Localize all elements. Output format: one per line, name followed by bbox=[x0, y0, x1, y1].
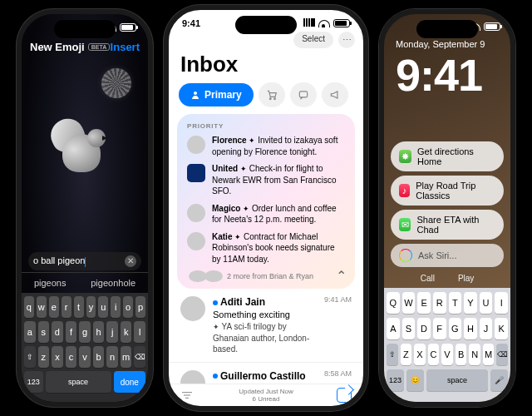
suggestion-map[interactable]: ✸Get directions Home bbox=[391, 141, 504, 171]
inbox-title: Inbox bbox=[169, 52, 363, 82]
more-button[interactable]: ⋯ bbox=[338, 32, 355, 48]
key-r[interactable]: r bbox=[62, 296, 71, 318]
key-z[interactable]: z bbox=[38, 346, 50, 368]
pigeon-emoji[interactable] bbox=[47, 116, 122, 191]
prompt-input[interactable]: o ball pigeon ✕ bbox=[28, 252, 141, 270]
key-V[interactable]: V bbox=[441, 344, 453, 365]
key-b[interactable]: b bbox=[93, 346, 105, 368]
avatar bbox=[187, 232, 205, 250]
suggestion-music[interactable]: ♪Play Road Trip Classics bbox=[391, 176, 504, 206]
key-K[interactable]: K bbox=[495, 318, 508, 339]
key-y[interactable]: y bbox=[86, 296, 96, 318]
disco-ball-icon bbox=[101, 68, 131, 98]
clear-icon[interactable]: ✕ bbox=[125, 255, 136, 267]
key-n[interactable]: n bbox=[106, 346, 118, 368]
wifi-icon bbox=[318, 19, 330, 27]
key-shift[interactable]: ⇧ bbox=[24, 346, 36, 368]
key-A[interactable]: A bbox=[387, 318, 400, 339]
key-v[interactable]: v bbox=[79, 346, 91, 368]
key-D[interactable]: D bbox=[417, 318, 431, 339]
key-emoji[interactable]: 😊 bbox=[406, 369, 424, 391]
key-w[interactable]: w bbox=[37, 296, 47, 318]
tab-updates[interactable] bbox=[290, 82, 317, 107]
key-done[interactable]: done bbox=[114, 371, 145, 393]
key-c[interactable]: c bbox=[66, 346, 77, 368]
priority-item[interactable]: Florence ✦ Invited to izakaya soft openi… bbox=[187, 135, 345, 157]
key-g[interactable]: g bbox=[79, 321, 91, 343]
key-W[interactable]: W bbox=[402, 292, 416, 314]
key-Y[interactable]: Y bbox=[464, 292, 477, 314]
key-s[interactable]: s bbox=[38, 321, 50, 343]
mail-time: 9:41 AM bbox=[324, 295, 352, 355]
quick-call[interactable]: Call bbox=[421, 274, 435, 283]
key-X[interactable]: X bbox=[414, 344, 426, 365]
ask-siri-input[interactable]: Ask Siri... bbox=[391, 244, 504, 267]
key-U[interactable]: U bbox=[480, 292, 493, 314]
key-j[interactable]: j bbox=[106, 321, 118, 343]
lock-date: Monday, September 9 bbox=[384, 32, 510, 49]
key-E[interactable]: E bbox=[417, 292, 431, 314]
suggestion[interactable]: pigeons bbox=[31, 276, 70, 290]
key-I[interactable]: I bbox=[495, 292, 508, 314]
tab-promotions[interactable] bbox=[322, 82, 348, 107]
key-u[interactable]: u bbox=[98, 296, 108, 318]
key-q[interactable]: q bbox=[24, 296, 34, 318]
key-C[interactable]: C bbox=[428, 344, 440, 365]
key-space[interactable]: space bbox=[426, 369, 488, 391]
key-Q[interactable]: Q bbox=[387, 292, 400, 314]
key-k[interactable]: k bbox=[121, 321, 132, 343]
key-e[interactable]: e bbox=[49, 296, 59, 318]
key-delete[interactable]: ⌫ bbox=[496, 344, 508, 365]
key-S[interactable]: S bbox=[402, 318, 416, 339]
key-F[interactable]: F bbox=[433, 318, 446, 339]
priority-more[interactable]: 2 more from Brian & Ryan bbox=[189, 270, 345, 282]
priority-item[interactable]: United ✦ Check-in for flight to Newark E… bbox=[187, 163, 345, 197]
key-x[interactable]: x bbox=[52, 346, 63, 368]
chevron-up-icon[interactable]: ⌃ bbox=[336, 268, 347, 284]
key-o[interactable]: o bbox=[123, 296, 133, 318]
compose-button[interactable] bbox=[337, 388, 352, 403]
key-f[interactable]: f bbox=[66, 321, 77, 343]
insert-button[interactable]: Insert bbox=[111, 41, 140, 53]
suggestion[interactable]: pigeonhole bbox=[87, 276, 139, 290]
key-G[interactable]: G bbox=[449, 318, 462, 339]
priority-item[interactable]: Katie ✦ Contract for Michael Robinson's … bbox=[187, 231, 345, 265]
mail-item[interactable]: Guillermo CastilloCheck-in✦ Next major r… bbox=[169, 363, 363, 384]
category-tabs: Primary bbox=[169, 82, 363, 114]
wifi-icon bbox=[105, 23, 116, 32]
key-space[interactable]: space bbox=[46, 371, 111, 393]
select-button[interactable]: Select bbox=[293, 32, 333, 48]
avatar bbox=[180, 370, 205, 384]
key-delete[interactable]: ⌫ bbox=[134, 346, 145, 368]
key-R[interactable]: R bbox=[433, 292, 446, 314]
key-B[interactable]: B bbox=[456, 344, 467, 365]
key-Z[interactable]: Z bbox=[401, 344, 412, 365]
key-123[interactable]: 123 bbox=[24, 371, 43, 393]
key-row: ⇧zxcvbnm⌫ bbox=[24, 346, 145, 368]
key-a[interactable]: a bbox=[24, 321, 36, 343]
mail-item[interactable]: Aditi JainSomething exciting✦ YA sci-fi … bbox=[169, 289, 363, 363]
key-d[interactable]: d bbox=[52, 321, 63, 343]
key-p[interactable]: p bbox=[135, 296, 145, 318]
key-H[interactable]: H bbox=[464, 318, 477, 339]
key-i[interactable]: i bbox=[111, 296, 121, 318]
key-mic[interactable]: 🎤 bbox=[490, 369, 508, 391]
suggestion-msg[interactable]: ✉Share ETA with Chad bbox=[391, 210, 504, 240]
key-m[interactable]: m bbox=[121, 346, 132, 368]
tab-primary[interactable]: Primary bbox=[179, 83, 254, 106]
key-h[interactable]: h bbox=[93, 321, 105, 343]
priority-item[interactable]: Magico ✦ Order lunch and coffee for Neet… bbox=[187, 203, 345, 225]
key-t[interactable]: t bbox=[74, 296, 84, 318]
tab-transactions[interactable] bbox=[259, 82, 285, 107]
avatar bbox=[187, 204, 205, 222]
key-l[interactable]: l bbox=[134, 321, 145, 343]
key-123[interactable]: 123 bbox=[387, 369, 404, 391]
key-row: ⇧ZXCVBNM⌫ bbox=[387, 344, 508, 365]
key-N[interactable]: N bbox=[469, 344, 480, 365]
key-shift[interactable]: ⇧ bbox=[387, 344, 398, 365]
quick-play[interactable]: Play bbox=[458, 274, 474, 283]
key-T[interactable]: T bbox=[449, 292, 462, 314]
emoji-canvas bbox=[22, 58, 148, 247]
key-J[interactable]: J bbox=[480, 318, 493, 339]
key-M[interactable]: M bbox=[483, 344, 495, 365]
